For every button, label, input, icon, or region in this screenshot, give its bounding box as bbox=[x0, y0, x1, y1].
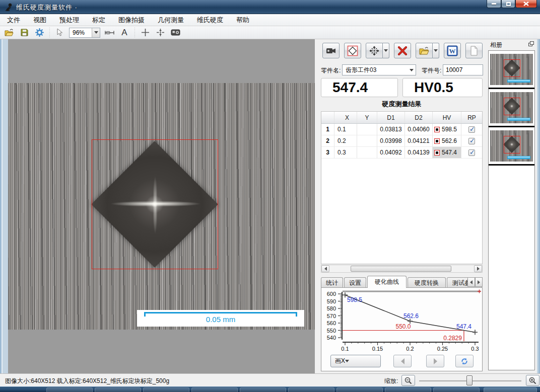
rp-checkbox[interactable] bbox=[468, 126, 475, 133]
col-hv[interactable]: HV bbox=[433, 112, 461, 123]
thumb-roi-box bbox=[504, 136, 520, 153]
taskbar-button[interactable] bbox=[95, 387, 141, 392]
close-button[interactable] bbox=[515, 0, 537, 8]
export-word-button[interactable]: W bbox=[444, 43, 461, 58]
title-bar[interactable]: 维氏硬度测量软件 · bbox=[0, 0, 540, 14]
tab-statistics[interactable]: 统计 bbox=[321, 277, 343, 288]
image-viewer[interactable]: 0.05 mm bbox=[8, 39, 315, 373]
taskbar-button[interactable] bbox=[143, 387, 189, 392]
taskbar-button[interactable] bbox=[336, 387, 383, 392]
taskbar-tray[interactable] bbox=[484, 387, 537, 392]
album-list[interactable] bbox=[488, 50, 535, 370]
col-rp[interactable]: RP bbox=[461, 112, 482, 123]
minimize-button[interactable] bbox=[487, 0, 501, 8]
table-row[interactable]: 3 0.3 0.04092 0.04139 547.4 bbox=[321, 147, 482, 159]
taskbar-button[interactable] bbox=[240, 387, 286, 392]
col-x[interactable]: X bbox=[334, 112, 357, 123]
menu-image-capture[interactable]: 图像拍摄 bbox=[118, 16, 145, 25]
open-folder-icon bbox=[5, 29, 14, 36]
tab-scroll-left-button[interactable] bbox=[467, 277, 475, 287]
curve-axis-arrow[interactable] bbox=[345, 360, 349, 362]
thumbnail-image bbox=[490, 54, 533, 85]
zoom-out-button[interactable] bbox=[401, 375, 415, 386]
part-name-arrow[interactable] bbox=[408, 65, 416, 75]
cell-hv: 598.5 bbox=[433, 124, 461, 135]
new-report-button[interactable] bbox=[465, 43, 483, 58]
open-image-button[interactable] bbox=[416, 43, 433, 58]
taskbar-button[interactable] bbox=[46, 387, 93, 392]
tab-hardening-curve[interactable]: 硬化曲线 bbox=[367, 276, 407, 288]
settings-button[interactable] bbox=[33, 27, 45, 38]
tab-scroll-right-button[interactable] bbox=[475, 277, 483, 287]
taskbar-button[interactable] bbox=[385, 387, 431, 392]
snapshot-button[interactable] bbox=[169, 27, 181, 38]
menu-vickers-hardness[interactable]: 维氏硬度 bbox=[197, 16, 223, 25]
rp-checkbox[interactable] bbox=[468, 149, 475, 156]
maximize-button[interactable] bbox=[501, 0, 515, 8]
undock-icon[interactable] bbox=[528, 41, 534, 46]
svg-text:570: 570 bbox=[327, 313, 336, 319]
curve-axis-select[interactable]: 画X bbox=[330, 355, 381, 367]
zoom-slider-thumb[interactable] bbox=[466, 375, 472, 385]
results-table[interactable]: X Y D1 D2 HV RP 1 0.1 0.03813 0.04060 59… bbox=[321, 111, 483, 264]
menu-file[interactable]: 文件 bbox=[7, 16, 20, 25]
refresh-curve-button[interactable] bbox=[455, 355, 474, 367]
save-button[interactable] bbox=[18, 27, 30, 38]
pointer-tool-button[interactable] bbox=[54, 27, 66, 38]
measure-indent-button[interactable] bbox=[344, 43, 361, 58]
maximize-icon bbox=[506, 2, 511, 6]
center-target-button[interactable] bbox=[154, 27, 166, 38]
album-thumbnail-3[interactable] bbox=[489, 127, 534, 166]
micrograph-image[interactable]: 0.05 mm bbox=[8, 83, 315, 330]
scroll-right-button[interactable] bbox=[474, 265, 482, 272]
refresh-icon bbox=[460, 357, 468, 365]
video-camera-icon bbox=[326, 47, 336, 54]
text-tool-button[interactable]: A bbox=[118, 27, 130, 38]
next-point-button[interactable] bbox=[426, 355, 444, 367]
menu-geometry-measure[interactable]: 几何测量 bbox=[158, 16, 184, 25]
cell-rp bbox=[461, 124, 482, 135]
scroll-left-button[interactable] bbox=[321, 265, 329, 272]
measure-ruler-button[interactable] bbox=[103, 27, 115, 38]
album-thumbnail-2[interactable] bbox=[489, 89, 534, 127]
magnifier-plus-icon bbox=[529, 377, 536, 384]
tab-hardness-conversion[interactable]: 硬度转换 bbox=[408, 277, 446, 288]
cell-y bbox=[357, 147, 377, 159]
taskbar-button[interactable] bbox=[191, 387, 238, 392]
col-d2[interactable]: D2 bbox=[405, 112, 433, 123]
zoom-level-select[interactable]: 96% bbox=[69, 28, 100, 38]
hardening-curve-panel: 6005905805705605505400.10.150.20.250.355… bbox=[321, 287, 483, 371]
prev-point-button[interactable] bbox=[393, 355, 412, 367]
capture-video-button[interactable] bbox=[322, 43, 340, 58]
taskbar-button[interactable] bbox=[288, 387, 334, 392]
table-row[interactable]: 2 0.2 0.03998 0.04121 562.6 bbox=[321, 135, 482, 147]
menu-view[interactable]: 视图 bbox=[33, 16, 46, 25]
crosshair-button[interactable] bbox=[139, 27, 151, 38]
menu-help[interactable]: 帮助 bbox=[236, 16, 249, 25]
auto-position-dropdown[interactable] bbox=[383, 43, 389, 58]
open-image-dropdown[interactable] bbox=[433, 43, 439, 58]
measurement-roi-box[interactable] bbox=[92, 139, 218, 269]
table-row[interactable]: 1 0.1 0.03813 0.04060 598.5 bbox=[321, 124, 482, 135]
triangle-right-icon bbox=[477, 267, 480, 271]
delete-button[interactable] bbox=[394, 43, 411, 58]
col-y[interactable]: Y bbox=[357, 112, 377, 123]
menu-preprocess[interactable]: 预处理 bbox=[59, 16, 79, 25]
rp-checkbox[interactable] bbox=[468, 138, 475, 144]
menu-calibration[interactable]: 标定 bbox=[92, 16, 105, 25]
zoom-in-button[interactable] bbox=[526, 375, 539, 386]
auto-position-button[interactable] bbox=[366, 43, 383, 58]
scrollbar-thumb[interactable] bbox=[351, 266, 451, 272]
col-rownum[interactable] bbox=[321, 112, 334, 123]
zoom-select-arrow[interactable] bbox=[92, 28, 100, 37]
table-horizontal-scrollbar[interactable] bbox=[321, 265, 483, 273]
taskbar[interactable] bbox=[0, 386, 540, 392]
open-button[interactable] bbox=[3, 27, 15, 38]
tab-settings[interactable]: 设置 bbox=[344, 277, 366, 288]
part-no-input[interactable] bbox=[443, 64, 483, 75]
album-thumbnail-1[interactable] bbox=[489, 51, 534, 89]
part-name-select[interactable]: 齿形工件03 bbox=[342, 64, 416, 75]
taskbar-button[interactable] bbox=[433, 387, 480, 392]
col-d1[interactable]: D1 bbox=[377, 112, 405, 123]
indent-mini-icon bbox=[434, 127, 440, 132]
